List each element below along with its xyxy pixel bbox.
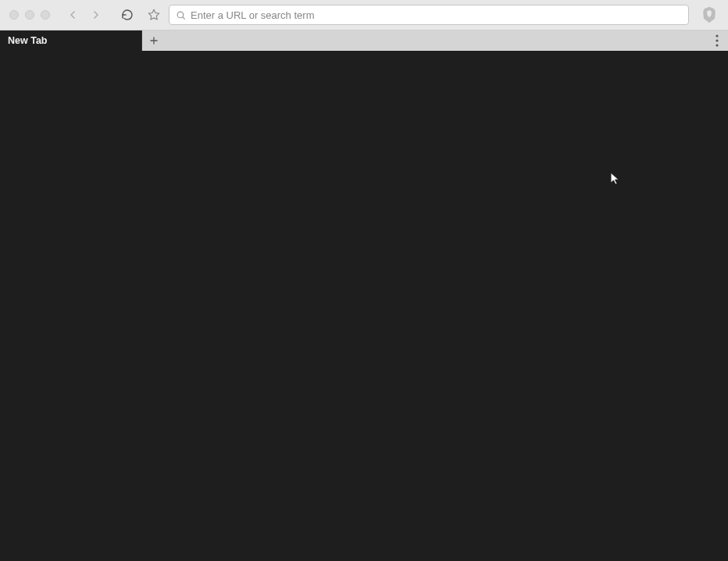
chevron-right-icon [90, 9, 102, 21]
reload-icon [121, 9, 134, 21]
svg-point-5 [716, 34, 718, 37]
back-button[interactable] [62, 5, 83, 25]
tab-label: New Tab [8, 35, 47, 46]
tab-menu-button[interactable] [706, 30, 728, 51]
kebab-menu-icon [716, 34, 719, 47]
close-window-button[interactable] [9, 10, 19, 20]
minimize-window-button[interactable] [25, 10, 34, 20]
navigation-buttons [62, 5, 106, 25]
svg-marker-0 [148, 9, 159, 20]
plus-icon [148, 35, 159, 46]
svg-point-7 [716, 44, 718, 46]
page-content [0, 51, 728, 561]
address-bar[interactable] [169, 5, 689, 25]
reload-button[interactable] [117, 5, 137, 25]
mouse-cursor-icon [610, 172, 621, 186]
chevron-left-icon [66, 9, 79, 21]
address-input[interactable] [191, 9, 682, 21]
new-tab-button[interactable] [142, 30, 166, 51]
tab-active[interactable]: New Tab [0, 30, 142, 51]
svg-line-2 [183, 16, 185, 19]
window-controls [9, 10, 50, 20]
svg-point-6 [716, 39, 718, 41]
lion-shield-icon [701, 6, 717, 23]
forward-button[interactable] [86, 5, 106, 25]
maximize-window-button[interactable] [41, 10, 50, 20]
brave-logo[interactable] [700, 5, 719, 24]
search-icon [176, 10, 186, 20]
bookmark-button[interactable] [145, 6, 162, 23]
star-icon [148, 9, 160, 21]
browser-toolbar [0, 0, 728, 30]
tab-strip: New Tab [0, 30, 728, 51]
